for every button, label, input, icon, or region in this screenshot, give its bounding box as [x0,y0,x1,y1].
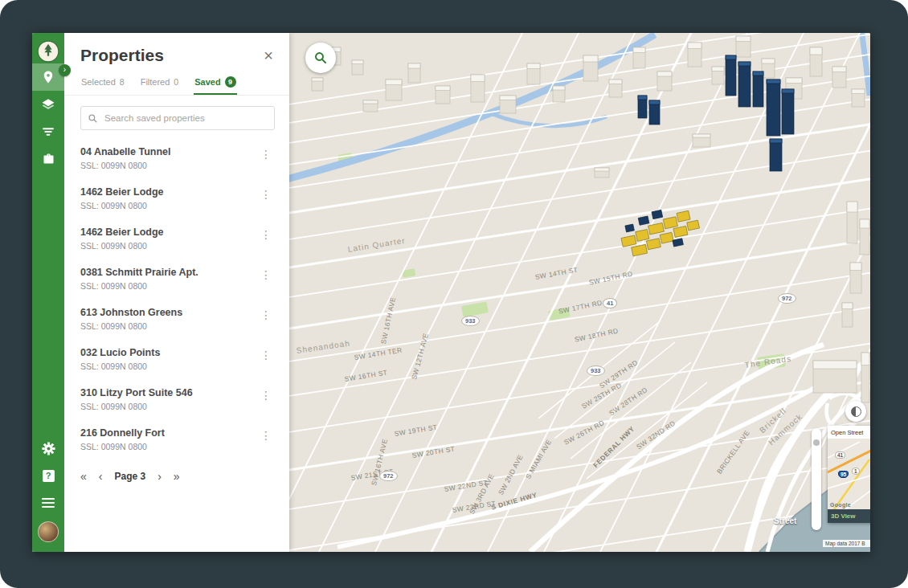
property-ssl: SSL: 0099N 0800 [80,161,257,171]
map-canvas[interactable]: SW 14TH STSW 15TH RDShenandoahSW 14TH TE… [289,33,870,552]
panel-tab[interactable]: Filtered 0 [140,68,180,95]
page-title: Properties [80,46,164,65]
property-ssl: SSL: 0099N 0800 [80,321,257,332]
property-list: 04 Anabelle Tunnel SSL: 0099N 0800 ⋮ 146… [64,138,289,459]
panel-collapse-toggle[interactable]: › [59,64,71,76]
tab-label: Selected [81,77,116,87]
tab-label: Filtered [141,77,170,87]
filter-icon [41,125,55,139]
contrast-toggle-button[interactable] [845,401,866,422]
tab-count: 9 [225,76,236,88]
pagination: « ‹ Page 3 › » [64,459,289,493]
property-list-item[interactable]: 1462 Beier Lodge SSL: 0099N 0800 ⋮ [64,218,289,259]
close-panel-button[interactable]: × [260,47,276,65]
layers-icon [41,97,55,112]
minimap-roads-graphic [828,439,870,509]
item-menu-icon[interactable]: ⋮ [260,308,272,321]
property-name: 310 Litzy Port Suite 546 [80,386,257,399]
properties-panel: Properties × Selected 8 Filtered 0 Saved… [64,33,289,552]
tab-count: 8 [120,77,125,87]
search-icon [88,113,98,124]
minimap-panel[interactable]: Open Street 41 95 1 Google 3D View [828,426,870,523]
property-list-item[interactable]: 310 Litzy Port Suite 546 SSL: 0099N 0800… [64,379,289,419]
next-page-button[interactable]: › [157,470,162,483]
property-ssl: SSL: 0099N 0800 [80,361,257,372]
saved-search-box[interactable] [80,106,275,130]
tab-label: Saved [194,77,220,87]
property-ssl: SSL: 0099N 0800 [80,241,257,251]
search-icon [313,51,328,65]
zoom-slider-handle[interactable] [813,439,820,446]
item-menu-icon[interactable]: ⋮ [260,349,272,361]
item-menu-icon[interactable]: ⋮ [260,188,272,201]
sidebar-item-menu[interactable] [32,489,64,517]
item-menu-icon[interactable]: ⋮ [260,429,272,442]
map-pin-icon [41,70,55,84]
route-shield: 41 [835,451,845,459]
logo-emblem-icon [37,40,59,63]
help-icon: ? [43,470,55,482]
property-name: 0381 Schmitt Prairie Apt. [80,266,257,279]
page-indicator: Page 3 [114,471,145,482]
basemap-label[interactable]: Street [774,517,796,525]
property-list-item[interactable]: 0381 Schmitt Prairie Apt. SSL: 0099N 080… [64,259,289,299]
property-ssl: SSL: 0099N 0800 [80,281,257,292]
tab-count: 0 [174,77,178,87]
panel-tabs: Selected 8 Filtered 0 Saved 9 [64,68,289,96]
search-input[interactable] [103,112,268,124]
property-name: 04 Anabelle Tunnel [80,145,257,158]
map-graphic [289,33,870,552]
zoom-slider[interactable] [812,428,821,530]
property-list-item[interactable]: 04 Anabelle Tunnel SSL: 0099N 0800 ⋮ [64,138,289,178]
briefcase-icon [42,153,55,166]
google-logo: Google [830,502,851,508]
app-logo[interactable] [36,39,60,63]
settings-gear-icon [41,441,56,456]
item-menu-icon[interactable]: ⋮ [260,148,272,161]
property-list-item[interactable]: 216 Donnelly Fort SSL: 0099N 0800 ⋮ [64,419,289,459]
sidebar-item-layers[interactable] [32,91,64,118]
contrast-icon [851,406,861,417]
property-list-item[interactable]: 613 Johnston Greens SSL: 0099N 0800 ⋮ [64,299,289,339]
property-ssl: SSL: 0099N 0800 [80,402,257,412]
screenshot-stage: ? › Properties × Selected 8 Filtered 0 S… [0,0,908,588]
property-name: 1462 Beier Lodge [80,186,257,198]
sidebar: ? [32,33,64,552]
minimap-title: Open Street [828,426,870,439]
map-attribution: Map data 2017 B [823,540,870,547]
property-list-item[interactable]: 1462 Beier Lodge SSL: 0099N 0800 ⋮ [64,178,289,218]
sidebar-item-filter[interactable] [32,118,64,145]
last-page-button[interactable]: » [174,470,180,483]
minimap-thumbnail[interactable]: 41 95 1 Google [828,439,870,509]
route-shield: 95 [838,471,849,478]
property-ssl: SSL: 0099N 0800 [80,201,257,211]
property-ssl: SSL: 0099N 0800 [80,442,257,452]
first-page-button[interactable]: « [80,470,87,483]
panel-tab[interactable]: Saved 9 [194,68,236,95]
property-list-item[interactable]: 032 Lucio Points SSL: 0099N 0800 ⋮ [64,339,289,379]
map-search-button[interactable] [305,43,336,73]
user-avatar[interactable] [38,521,59,542]
prev-page-button[interactable]: ‹ [99,470,103,483]
property-name: 1462 Beier Lodge [80,226,257,239]
item-menu-icon[interactable]: ⋮ [260,228,272,241]
item-menu-icon[interactable]: ⋮ [260,389,272,402]
route-shield: 1 [852,468,860,475]
item-menu-icon[interactable]: ⋮ [260,268,272,281]
minimap-3d-toggle[interactable]: 3D View [828,509,870,523]
sidebar-item-settings[interactable] [32,435,64,462]
property-name: 216 Donnelly Fort [80,427,257,439]
property-name: 032 Lucio Points [80,346,257,359]
panel-header: Properties × [64,33,289,68]
property-name: 613 Johnston Greens [80,306,257,319]
sidebar-item-portfolio[interactable] [32,145,64,173]
app-window: ? › Properties × Selected 8 Filtered 0 S… [32,33,870,552]
hamburger-menu-icon [42,498,55,508]
panel-tab[interactable]: Selected 8 [80,68,125,95]
sidebar-item-help[interactable]: ? [32,462,64,489]
